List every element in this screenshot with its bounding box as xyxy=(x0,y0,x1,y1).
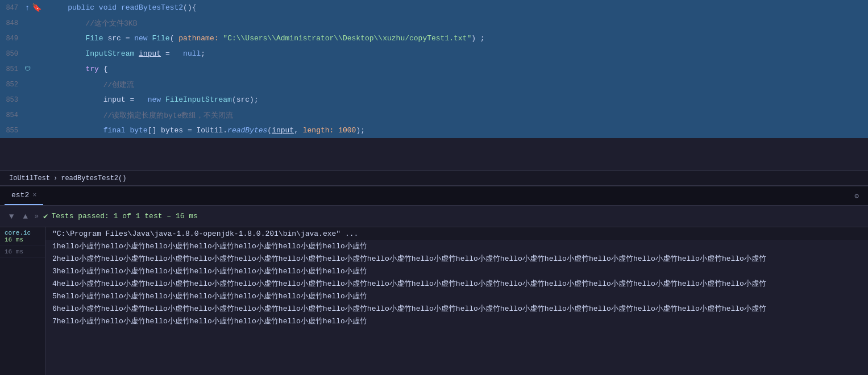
code-line-850-content: InputStream input = null; xyxy=(45,49,868,58)
code-line-848: 848 //这个文件3KB xyxy=(0,15,868,31)
module-time: 16 ms xyxy=(5,236,40,243)
breadcrumb-sep: › xyxy=(53,174,57,182)
test-output: core.ic 16 ms 16 ms "C:\Program Files\Ja… xyxy=(0,227,868,375)
code-line-853: 853 input = new FileInputStream(src); xyxy=(0,92,868,107)
gutter-empty-852 xyxy=(23,80,32,89)
line-gutter-851: 851 🛡 xyxy=(0,65,45,74)
code-line-851-content: try { xyxy=(45,65,868,73)
line-number-854: 854 xyxy=(0,111,23,119)
line-gutter-855: 855 xyxy=(0,126,45,135)
output-line-1: 1hello小虚竹hello小虚竹hello小虚竹hello小虚竹hello小虚… xyxy=(45,240,868,252)
line-gutter-854: 854 xyxy=(0,111,45,120)
test-main-output: "C:\Program Files\Java\java-1.8.0-openjd… xyxy=(45,227,868,375)
output-line-2: 2hello小虚竹hello小虚竹hello小虚竹hello小虚竹hello小虚… xyxy=(45,252,868,265)
code-line-854: 854 //读取指定长度的byte数组，不关闭流 xyxy=(0,107,868,123)
breadcrumb-class[interactable]: IoUtilTest xyxy=(9,174,50,182)
check-icon: ✔ xyxy=(43,211,48,221)
line-number-850: 850 xyxy=(0,50,23,58)
breadcrumb-bar: IoUtilTest › readBytesTest2() xyxy=(0,170,868,185)
line-gutter-847: 847 ↑ 🔖 xyxy=(0,3,45,13)
code-line-847: 847 ↑ 🔖 public void readBytesTest2(){ xyxy=(0,0,868,15)
code-line-852-content: //创建流 xyxy=(45,80,868,90)
test-toolbar: ▼ ▲ » ✔ Tests passed: 1 of 1 test – 16 m… xyxy=(0,206,868,227)
line-number-855: 855 xyxy=(0,127,23,135)
gutter-empty-850 xyxy=(23,49,32,59)
gutter-empty-849 xyxy=(23,34,32,43)
line-gutter-853: 853 xyxy=(0,95,45,105)
scroll-down-button[interactable]: ▲ xyxy=(20,211,30,222)
test-status: ✔ Tests passed: 1 of 1 test – 16 ms xyxy=(43,211,198,221)
test-sidebar-subtime: 16 ms xyxy=(0,246,45,258)
code-lines: 847 ↑ 🔖 public void readBytesTest2(){ 84… xyxy=(0,0,868,138)
output-line-4: 4hello小虚竹hello小虚竹hello小虚竹hello小虚竹hello小虚… xyxy=(45,277,868,290)
sub-time: 16 ms xyxy=(5,248,40,255)
code-line-848-content: //这个文件3KB xyxy=(45,18,868,28)
java-path-text: "C:\Program Files\Java\java-1.8.0-openjd… xyxy=(52,230,358,238)
output-line-6: 6hello小虚竹hello小虚竹hello小虚竹hello小虚竹hello小虚… xyxy=(45,302,868,315)
line-number-853: 853 xyxy=(0,96,23,104)
code-line-854-content: //读取指定长度的byte数组，不关闭流 xyxy=(45,110,868,120)
code-line-855-content: final byte[] bytes = IoUtil.readBytes(in… xyxy=(45,126,868,135)
line-gutter-849: 849 xyxy=(0,34,45,43)
line-number-849: 849 xyxy=(0,35,23,43)
tab-close-button[interactable]: × xyxy=(32,191,36,199)
gutter-empty-848 xyxy=(23,19,32,28)
test-status-text: Tests passed: 1 of 1 test – 16 ms xyxy=(51,212,197,220)
java-path-line: "C:\Program Files\Java\java-1.8.0-openjd… xyxy=(45,227,868,240)
output-line-5: 5hello小虚竹hello小虚竹hello小虚竹hello小虚竹hello小虚… xyxy=(45,290,868,302)
line-gutter-850: 850 xyxy=(0,49,45,59)
code-editor: 847 ↑ 🔖 public void readBytesTest2(){ 84… xyxy=(0,0,868,170)
module-label: core.ic xyxy=(5,230,40,236)
code-line-849: 849 File src = new File( pathname: "C:\\… xyxy=(0,31,868,46)
shield-icon: 🛡 xyxy=(23,65,32,74)
scroll-up-button[interactable]: ▼ xyxy=(7,211,16,222)
gutter-empty-854 xyxy=(23,111,32,120)
test-runner: est2 × ⚙ ▼ ▲ » ✔ Tests passed: 1 of 1 te… xyxy=(0,185,868,375)
test-tab-est2[interactable]: est2 × xyxy=(5,186,43,205)
test-sidebar-module[interactable]: core.ic 16 ms xyxy=(0,227,45,246)
line-gutter-848: 848 xyxy=(0,19,45,28)
code-line-855: 855 final byte[] bytes = IoUtil.readByte… xyxy=(0,123,868,138)
output-line-3: 3hello小虚竹hello小虚竹hello小虚竹hello小虚竹hello小虚… xyxy=(45,265,868,277)
test-tab-bar: est2 × ⚙ xyxy=(0,186,868,206)
bookmark-icon: 🔖 xyxy=(32,3,41,13)
line-number-851: 851 xyxy=(0,65,23,73)
gutter-empty-853 xyxy=(23,95,32,105)
gear-icon[interactable]: ⚙ xyxy=(854,191,859,201)
code-line-851: 851 🛡 try { xyxy=(0,61,868,77)
line-number-847: 847 xyxy=(0,4,23,12)
line-number-848: 848 xyxy=(0,19,23,27)
line-gutter-852: 852 xyxy=(0,80,45,89)
line-number-852: 852 xyxy=(0,81,23,89)
code-line-849-content: File src = new File( pathname: "C:\\User… xyxy=(45,34,868,43)
code-line-852: 852 //创建流 xyxy=(0,77,868,92)
gutter-empty-855 xyxy=(23,126,32,135)
arrow-icon: ↑ xyxy=(23,3,32,13)
test-sidebar: core.ic 16 ms 16 ms xyxy=(0,227,45,375)
breadcrumb-method[interactable]: readBytesTest2() xyxy=(61,174,126,182)
chevrons-icon: » xyxy=(35,213,39,220)
code-line-847-content: public void readBytesTest2(){ xyxy=(45,3,868,12)
output-line-7: 7hello小虚竹hello小虚竹hello小虚竹hello小虚竹hello小虚… xyxy=(45,315,868,327)
code-line-850: 850 InputStream input = null; xyxy=(0,46,868,61)
code-line-853-content: input = new FileInputStream(src); xyxy=(45,95,868,104)
test-tab-label: est2 xyxy=(11,191,29,199)
